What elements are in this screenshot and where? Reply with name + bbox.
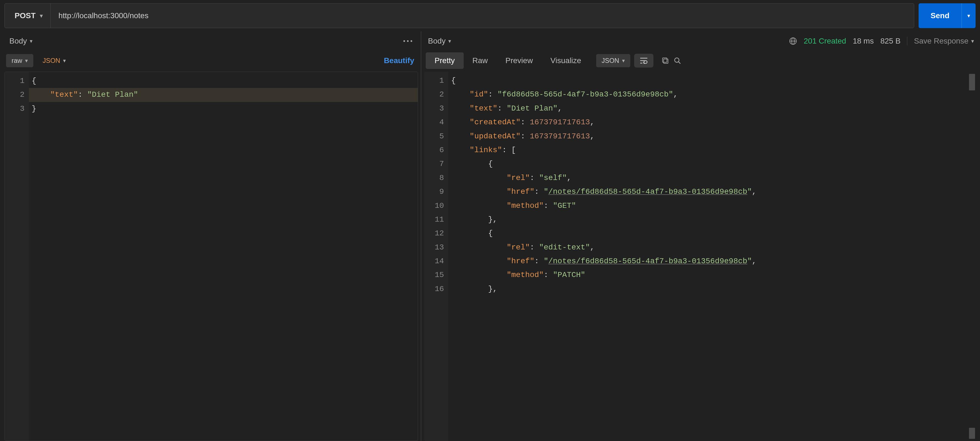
http-method-label: POST [14,11,35,20]
tab-preview[interactable]: Preview [497,53,542,69]
chevron-down-icon: ▾ [967,13,970,19]
wrap-lines-button[interactable] [634,54,654,67]
request-gutter: 123 [5,72,29,441]
search-button[interactable] [673,56,681,65]
response-format-select[interactable]: JSON ▾ [596,54,630,67]
save-response-button[interactable]: Save Response ▾ [914,37,974,45]
svg-point-0 [403,40,405,42]
chevron-down-icon: ▾ [25,58,28,64]
divider [907,37,907,45]
http-method-select[interactable]: POST ▾ [5,3,51,28]
body-format-select[interactable]: JSON ▾ [37,54,71,67]
tab-visualize[interactable]: Visualize [542,53,590,69]
send-dropdown[interactable]: ▾ [962,3,975,28]
copy-button[interactable] [661,56,670,65]
body-type-select[interactable]: raw ▾ [6,54,33,67]
response-view-tabs: Pretty Raw Preview Visualize [426,53,590,69]
tab-raw[interactable]: Raw [464,53,497,69]
url-value: http://localhost:3000/notes [58,11,148,20]
chevron-down-icon: ▾ [971,38,974,45]
ellipsis-icon [403,40,412,42]
svg-point-2 [410,40,412,42]
response-code[interactable]: { "id": "f6d86d58-565d-4af7-b9a3-01356d9… [448,72,975,441]
request-body-editor[interactable]: 123 { "text": "Diet Plan"} [5,72,418,441]
send-button[interactable]: Send [919,3,962,28]
url-input[interactable]: http://localhost:3000/notes [51,3,914,28]
chevron-down-icon: ▾ [30,38,32,45]
tab-pretty[interactable]: Pretty [426,53,463,69]
svg-rect-9 [662,58,667,62]
chevron-down-icon: ▾ [63,58,66,64]
copy-icon [661,56,670,65]
response-size: 825 B [880,37,900,45]
response-body-tab[interactable]: Body ▾ [426,35,453,47]
status-code: 201 Created [804,37,846,45]
chevron-down-icon: ▾ [622,58,625,64]
response-body-viewer[interactable]: 12345678910111213141516 { "id": "f6d86d5… [424,72,975,441]
request-body-tab[interactable]: Body ▾ [7,35,35,47]
chevron-down-icon: ▾ [40,13,43,19]
chevron-down-icon: ▾ [448,38,451,45]
globe-icon[interactable] [789,37,797,45]
svg-rect-8 [663,59,668,63]
wrap-icon [640,57,648,64]
beautify-button[interactable]: Beautify [384,56,416,65]
request-code[interactable]: { "text": "Diet Plan"} [29,72,418,441]
svg-point-10 [675,58,679,62]
response-time: 18 ms [853,37,874,45]
svg-line-11 [678,62,681,64]
search-icon [673,56,681,65]
more-options[interactable] [400,40,415,42]
scrollbar-thumb[interactable] [969,428,975,439]
svg-point-1 [407,40,409,42]
response-gutter: 12345678910111213141516 [424,72,448,441]
